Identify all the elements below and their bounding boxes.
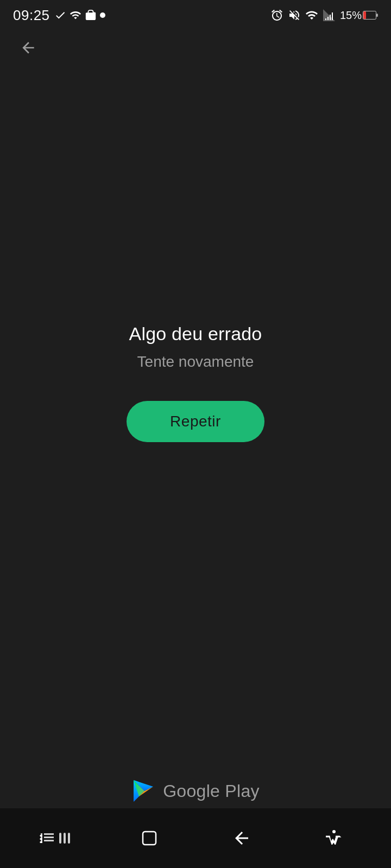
error-subtitle: Tente novamente — [137, 353, 254, 371]
svg-rect-8 — [40, 835, 43, 837]
retry-button-label: Repetir — [170, 413, 221, 430]
nav-recents-button[interactable] — [35, 822, 79, 854]
svg-rect-10 — [40, 841, 43, 843]
svg-rect-14 — [143, 832, 156, 845]
error-container: Algo deu errado Tente novamente Repetir — [127, 323, 264, 442]
main-content: Algo deu errado Tente novamente Repetir — [0, 0, 391, 808]
navigation-bar — [0, 808, 391, 868]
nav-back-button[interactable] — [220, 822, 263, 854]
svg-rect-12 — [64, 833, 66, 844]
error-title: Algo deu errado — [129, 323, 262, 344]
nav-accessibility-button[interactable] — [312, 822, 356, 854]
nav-home-button[interactable] — [128, 822, 171, 854]
svg-rect-11 — [59, 833, 61, 844]
accessibility-icon — [324, 828, 344, 848]
svg-point-15 — [332, 830, 336, 833]
svg-rect-13 — [68, 833, 70, 844]
home-icon — [138, 827, 160, 849]
google-play-footer: Google Play — [0, 779, 391, 803]
svg-rect-9 — [40, 838, 43, 840]
recents-icon — [37, 828, 57, 848]
google-play-text: Google Play — [163, 781, 260, 801]
recents-lines-icon — [57, 831, 77, 846]
google-play-logo-icon — [131, 779, 155, 803]
nav-back-icon — [232, 828, 251, 848]
retry-button[interactable]: Repetir — [127, 401, 264, 442]
